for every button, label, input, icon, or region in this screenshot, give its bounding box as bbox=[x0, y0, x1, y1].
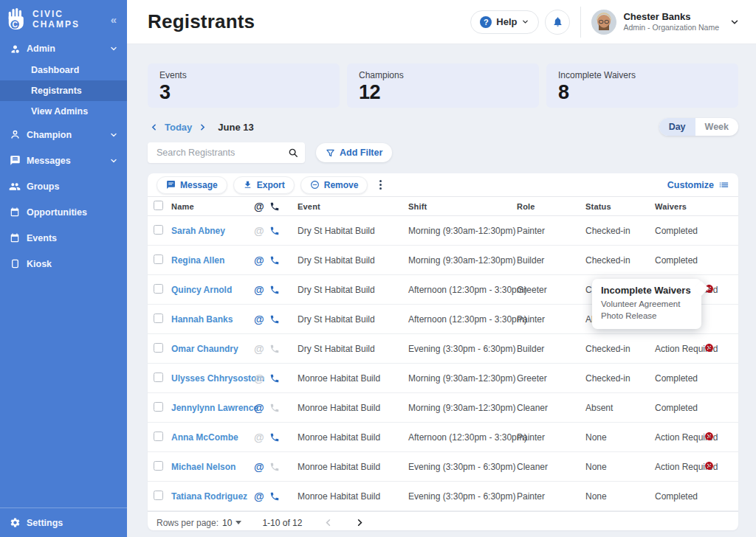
chevron-down-icon bbox=[109, 156, 118, 165]
registrant-name-link[interactable]: Michael Nelson bbox=[171, 462, 254, 472]
notifications-button[interactable] bbox=[545, 10, 570, 35]
row-checkbox[interactable] bbox=[154, 225, 163, 235]
prev-day-button[interactable] bbox=[148, 122, 160, 132]
search-icon[interactable] bbox=[288, 148, 298, 158]
email-icon[interactable]: @ bbox=[254, 254, 269, 266]
row-checkbox[interactable] bbox=[154, 432, 163, 441]
waiver-alert-icon[interactable] bbox=[704, 460, 714, 474]
registrant-name-link[interactable]: Quincy Arnold bbox=[171, 285, 254, 295]
stats-row: Events 3 Champions 12 Incomplete Waivers… bbox=[148, 63, 738, 108]
avatar[interactable] bbox=[591, 10, 616, 35]
sidebar-item-label: Admin bbox=[27, 44, 55, 54]
email-icon[interactable]: @ bbox=[254, 432, 269, 443]
registrant-name-link[interactable]: Omar Chaundry bbox=[171, 344, 254, 354]
sidebar-item-opportunities[interactable]: Opportunities bbox=[0, 199, 127, 225]
shift-cell: Afternoon (12:30pm - 3:30pm) bbox=[408, 314, 517, 325]
registrant-name-link[interactable]: Regina Allen bbox=[171, 255, 254, 266]
phone-icon[interactable] bbox=[269, 462, 298, 472]
user-menu-chevron-icon[interactable] bbox=[729, 17, 740, 27]
week-toggle[interactable]: Week bbox=[695, 118, 738, 136]
help-button[interactable]: ? Help bbox=[470, 10, 539, 34]
more-actions-icon[interactable] bbox=[375, 177, 386, 193]
add-filter-button[interactable]: Add Filter bbox=[316, 143, 392, 162]
registrant-name-link[interactable]: Anna McCombe bbox=[171, 432, 254, 443]
sidebar-item-admin[interactable]: Admin bbox=[0, 38, 127, 60]
sidebar-item-label: Champion bbox=[27, 130, 72, 140]
download-icon bbox=[243, 180, 252, 190]
email-icon[interactable]: @ bbox=[254, 343, 269, 355]
message-button[interactable]: Message bbox=[157, 176, 227, 194]
email-icon[interactable]: @ bbox=[254, 461, 269, 473]
event-cell: Dry St Habitat Build bbox=[298, 314, 408, 325]
row-checkbox[interactable] bbox=[154, 402, 163, 412]
registrant-name-link[interactable]: Jennylynn Lawrence bbox=[171, 403, 254, 413]
chevron-down-icon bbox=[109, 131, 118, 139]
sidebar-item-messages[interactable]: Messages bbox=[0, 148, 127, 173]
rows-per-page-select[interactable]: 10 bbox=[222, 518, 241, 528]
next-day-button[interactable] bbox=[196, 122, 209, 132]
email-icon[interactable]: @ bbox=[254, 225, 269, 237]
waivers-cell: Completed bbox=[655, 255, 704, 266]
today-button[interactable]: Today bbox=[165, 122, 192, 133]
stat-label: Champions bbox=[359, 70, 527, 80]
event-cell: Monroe Habitat Build bbox=[298, 373, 408, 384]
registrant-name-link[interactable]: Hannah Banks bbox=[171, 314, 254, 325]
role-cell: Painter bbox=[517, 432, 585, 443]
tablet-icon bbox=[9, 258, 21, 270]
sidebar-item-groups[interactable]: Groups bbox=[0, 173, 127, 199]
sidebar-item-events[interactable]: Events bbox=[0, 225, 127, 251]
phone-icon[interactable] bbox=[269, 255, 298, 266]
table-row: Michael Nelson@Monroe Habitat BuildEveni… bbox=[148, 452, 738, 482]
sidebar-item-registrants[interactable]: Registrants bbox=[0, 80, 127, 101]
remove-button[interactable]: Remove bbox=[300, 176, 368, 194]
row-checkbox[interactable] bbox=[154, 491, 163, 500]
sidebar-item-dashboard[interactable]: Dashboard bbox=[0, 60, 127, 80]
phone-icon[interactable] bbox=[269, 344, 298, 354]
sidebar-item-settings[interactable]: Settings bbox=[0, 508, 127, 537]
export-button[interactable]: Export bbox=[233, 176, 295, 194]
caret-down-icon bbox=[236, 521, 241, 524]
phone-icon[interactable] bbox=[269, 491, 298, 502]
sidebar-item-kiosk[interactable]: Kiosk bbox=[0, 251, 127, 277]
email-icon[interactable]: @ bbox=[254, 402, 269, 414]
sidebar-item-view-admins[interactable]: View Admins bbox=[0, 101, 127, 122]
registrant-name-link[interactable]: Ulysses Chhrysostom bbox=[171, 373, 254, 384]
phone-icon[interactable] bbox=[269, 373, 298, 384]
email-column-icon: @ bbox=[254, 201, 269, 212]
email-icon[interactable]: @ bbox=[254, 491, 269, 502]
waiver-alert-icon[interactable] bbox=[704, 431, 714, 444]
sidebar-item-champion[interactable]: Champion bbox=[0, 122, 127, 148]
email-icon[interactable]: @ bbox=[254, 284, 269, 296]
phone-icon[interactable] bbox=[269, 226, 298, 236]
phone-icon[interactable] bbox=[269, 314, 298, 325]
select-all-checkbox[interactable] bbox=[154, 201, 163, 210]
waiver-alert-icon[interactable] bbox=[704, 342, 714, 356]
prev-page-button[interactable] bbox=[323, 517, 334, 528]
table-row: Sarah Abney@Dry St Habitat BuildMorning … bbox=[148, 216, 738, 246]
customize-button[interactable]: Customize bbox=[667, 179, 729, 190]
sidebar-nav: Admin Dashboard Registrants View Admins … bbox=[0, 38, 127, 277]
registrant-name-link[interactable]: Tatiana Rodriguez bbox=[171, 491, 254, 502]
day-toggle[interactable]: Day bbox=[659, 118, 695, 136]
row-checkbox[interactable] bbox=[154, 461, 163, 471]
row-checkbox[interactable] bbox=[154, 284, 163, 294]
waivers-cell: Completed bbox=[655, 373, 704, 384]
sidebar-collapse-icon[interactable]: « bbox=[111, 13, 120, 26]
phone-icon[interactable] bbox=[269, 285, 298, 295]
row-checkbox[interactable] bbox=[154, 343, 163, 353]
user-menu[interactable]: Chester Banks Admin - Organization Name bbox=[623, 11, 719, 32]
phone-icon[interactable] bbox=[269, 403, 298, 413]
email-icon[interactable]: @ bbox=[254, 373, 269, 384]
search-input[interactable] bbox=[157, 148, 288, 158]
email-icon[interactable]: @ bbox=[254, 313, 269, 325]
admin-icon bbox=[9, 43, 21, 55]
registrant-name-link[interactable]: Sarah Abney bbox=[171, 226, 254, 236]
row-checkbox[interactable] bbox=[154, 254, 163, 264]
row-checkbox[interactable] bbox=[154, 313, 163, 323]
phone-icon[interactable] bbox=[269, 432, 298, 443]
next-page-button[interactable] bbox=[354, 517, 365, 528]
sidebar-item-label: Registrants bbox=[31, 86, 82, 96]
status-cell: Checked-in bbox=[585, 344, 655, 354]
user-role: Admin - Organization Name bbox=[623, 23, 719, 32]
row-checkbox[interactable] bbox=[154, 373, 163, 382]
